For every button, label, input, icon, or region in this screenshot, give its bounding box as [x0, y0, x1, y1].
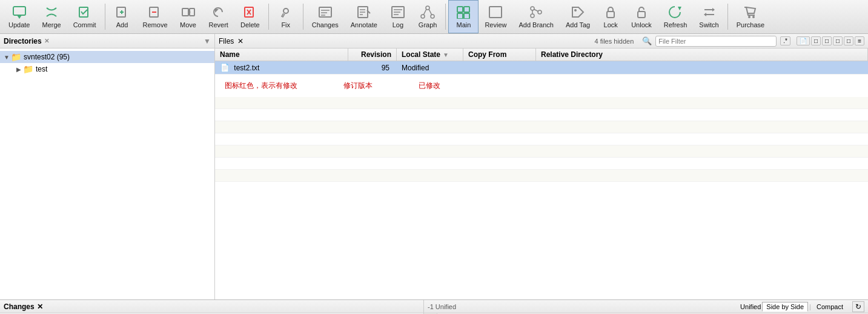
commit-button[interactable]: Commit — [67, 0, 102, 33]
addbranch-icon — [528, 5, 545, 19]
annotation-state: 已修改 — [414, 78, 445, 93]
toolbar-sep-3 — [303, 4, 303, 30]
diff-toolbar: -1 Unified Unified Side by Side | Compac… — [424, 300, 868, 313]
changes-button[interactable]: Changes — [306, 0, 345, 33]
tab-compact[interactable]: Compact — [812, 302, 847, 312]
svg-marker-1 — [17, 15, 22, 19]
file-copyfrom-cell — [463, 67, 536, 69]
toolbar-sep-2 — [268, 4, 269, 30]
file-filter-input[interactable] — [655, 36, 777, 47]
search-icon: 🔍 — [642, 36, 652, 45]
filter-btn-1[interactable]: 📄 — [797, 36, 810, 45]
update-icon — [11, 5, 28, 19]
dir-icon-root: 📁 — [11, 52, 21, 62]
files-panel: Files ✕ 4 files hidden 🔍 .* 📄 □ □ □ □ ≡ … — [215, 34, 868, 299]
table-row — [215, 121, 868, 133]
lock-button[interactable]: Lock — [596, 0, 625, 33]
addbranch-button[interactable]: Add Branch — [512, 0, 559, 33]
add-button[interactable]: Add — [108, 0, 137, 33]
svg-rect-39 — [489, 7, 502, 18]
annotation-modified: 图标红色，表示有修改 — [220, 78, 302, 93]
commit-icon — [76, 5, 93, 19]
purchase-button[interactable]: Purchase — [731, 0, 770, 33]
col-header-revision[interactable]: Revision — [348, 48, 397, 61]
fix-button[interactable]: Fix — [271, 0, 300, 33]
table-row — [215, 97, 868, 109]
graph-button[interactable]: Graph — [412, 0, 443, 33]
directories-label: Directories — [4, 37, 42, 45]
svg-marker-48 — [678, 7, 681, 10]
changes-header: Changes ✕ — [0, 300, 423, 313]
merge-button[interactable]: Merge — [36, 0, 67, 33]
diff-settings: -1 Unified — [428, 303, 456, 310]
annotate-icon — [356, 5, 373, 19]
directories-dropdown[interactable]: ▼ — [204, 37, 211, 45]
dir-label-test: test — [36, 65, 47, 73]
table-row[interactable]: 📄 test2.txt 95 Modified — [215, 61, 868, 75]
filter-btn-6[interactable]: ≡ — [855, 36, 864, 45]
svg-marker-50 — [712, 8, 715, 12]
table-row — [215, 133, 868, 145]
bottom-area: Changes ✕ 1 12B 修改前的内容 -1 Unified Unifie… — [0, 299, 868, 314]
main-button[interactable]: Main — [448, 0, 479, 33]
svg-point-42 — [538, 10, 542, 14]
svg-rect-36 — [464, 7, 469, 12]
col-header-state[interactable]: Local State ▼ — [397, 48, 463, 61]
dir-label-root: svntest02 (95) — [24, 53, 70, 61]
purchase-icon — [742, 5, 759, 19]
svg-marker-52 — [704, 13, 706, 16]
changes-panel: Changes ✕ 1 12B 修改前的内容 — [0, 300, 424, 314]
merge-icon — [43, 5, 60, 19]
file-revision-cell: 95 — [348, 62, 397, 73]
table-row — [215, 109, 868, 121]
annotate-button[interactable]: Annotate — [345, 0, 383, 33]
svg-point-40 — [531, 7, 534, 10]
file-table: 📄 test2.txt 95 Modified 图标红色，表示有修改 修订版本 … — [215, 61, 868, 299]
svg-point-31 — [421, 15, 425, 18]
log-icon — [389, 5, 406, 19]
changes-icon — [317, 5, 334, 19]
toolbar: Update Merge Commit Add Remove Move — [0, 0, 868, 34]
col-header-name[interactable]: Name — [215, 48, 348, 61]
addtag-icon — [569, 5, 586, 19]
annotation-revision: 修订版本 — [339, 78, 377, 93]
filter-btn-2[interactable]: □ — [811, 36, 821, 45]
addtag-button[interactable]: Add Tag — [560, 0, 596, 33]
log-button[interactable]: Log — [383, 0, 412, 33]
files-close[interactable]: ✕ — [237, 37, 244, 45]
dir-tree: ▼ 📁 svntest02 (95) ▶ 📁 test — [0, 48, 214, 299]
dir-item-test[interactable]: ▶ 📁 test — [0, 63, 214, 75]
review-icon — [487, 5, 504, 19]
filter-btn-5[interactable]: □ — [844, 36, 853, 45]
filter-regex-btn[interactable]: .* — [780, 36, 790, 45]
filter-btn-4[interactable]: □ — [833, 36, 843, 45]
svg-rect-35 — [457, 7, 463, 12]
directories-close[interactable]: ✕ — [44, 38, 49, 44]
update-button[interactable]: Update — [2, 0, 36, 33]
refresh-button[interactable]: Refresh — [658, 0, 694, 33]
delete-button[interactable]: Delete — [234, 0, 266, 33]
refresh-icon — [667, 5, 684, 19]
table-row — [215, 145, 868, 158]
filter-btn-3[interactable]: □ — [822, 36, 832, 45]
files-header: Files ✕ 4 files hidden 🔍 .* 📄 □ □ □ □ ≡ — [215, 34, 868, 48]
fix-icon — [277, 5, 294, 19]
sort-arrow: ▼ — [443, 52, 449, 58]
unlock-button[interactable]: Unlock — [625, 0, 658, 33]
col-header-copyfrom[interactable]: Copy From — [463, 48, 536, 61]
switch-button[interactable]: Switch — [693, 0, 724, 33]
svg-line-34 — [429, 9, 432, 15]
move-button[interactable]: Move — [174, 0, 203, 33]
review-button[interactable]: Review — [479, 0, 512, 33]
toolbar-sep-4 — [445, 4, 446, 30]
changes-close[interactable]: ✕ — [37, 302, 43, 311]
col-header-reldir[interactable]: Relative Directory — [536, 48, 868, 61]
diff-refresh-btn[interactable]: ↻ — [852, 301, 864, 312]
svg-point-45 — [574, 9, 577, 12]
tab-sidebyside[interactable]: Side by Side — [762, 302, 808, 312]
svg-point-54 — [752, 16, 755, 18]
revert-button[interactable]: Revert — [203, 0, 234, 33]
dir-expand-test: ▶ — [15, 66, 23, 73]
remove-button[interactable]: Remove — [137, 0, 174, 33]
dir-item-root[interactable]: ▼ 📁 svntest02 (95) — [0, 51, 214, 63]
